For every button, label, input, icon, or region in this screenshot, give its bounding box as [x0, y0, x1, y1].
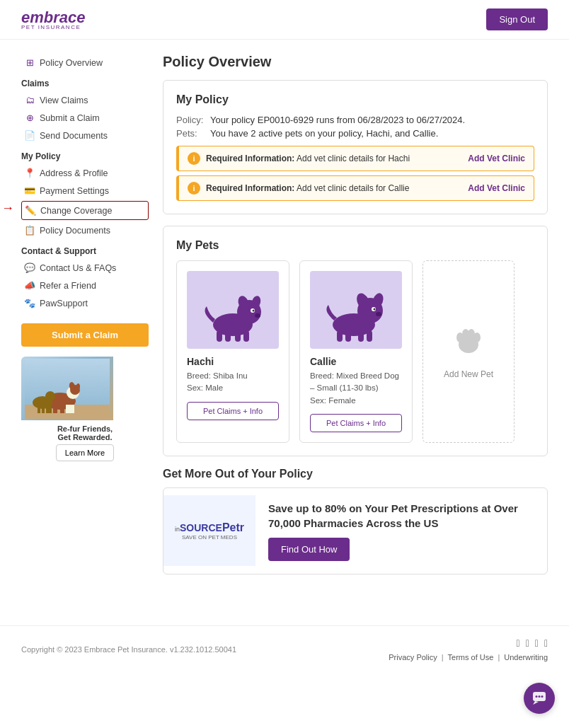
sidebar-ad: Re-fur Friends,Get Rewarded. Learn More — [21, 357, 149, 467]
promo-logo-text: inSOURCEPetr — [175, 521, 244, 534]
sidebar-item-policy-documents[interactable]: 📋 Policy Documents — [21, 221, 149, 239]
megaphone-icon: 📣 — [24, 280, 35, 291]
svg-rect-8 — [70, 405, 74, 413]
pinterest-icon[interactable]:  — [544, 637, 548, 649]
sidebar-item-refer-friend[interactable]: 📣 Refer a Friend — [21, 277, 149, 294]
svg-rect-14 — [42, 406, 45, 413]
location-icon: 📍 — [24, 168, 35, 178]
facebook-icon[interactable]:  — [517, 637, 520, 649]
hachi-name: Hachi — [187, 356, 279, 367]
sidebar-item-payment-settings[interactable]: 💳 Payment Settings — [21, 182, 149, 200]
pets-row: Pets: You have 2 active pets on your pol… — [176, 128, 534, 139]
hachi-claims-button[interactable]: Pet Claims + Info — [187, 402, 279, 420]
alert-hachi-text: Required Information: Add vet clinic det… — [206, 154, 410, 163]
callie-image — [310, 271, 402, 349]
callie-sex: Sex: Female — [310, 395, 402, 407]
my-pets-title: My Pets — [176, 239, 534, 252]
svg-point-12 — [45, 391, 55, 401]
promo-logo: inSOURCEPetr SAVE ON PET MEDS — [163, 495, 255, 566]
my-policy-title: My Policy — [176, 93, 534, 106]
svg-rect-24 — [235, 332, 241, 342]
clipboard-icon: 📋 — [24, 225, 35, 236]
sidebar-item-submit-claim[interactable]: ⊕ Submit a Claim — [21, 109, 149, 127]
folder-icon: 🗂 — [24, 95, 35, 105]
arrow-indicator: → — [1, 201, 14, 216]
svg-rect-22 — [217, 330, 222, 342]
hachi-image — [187, 271, 279, 349]
my-policy-card: My Policy Policy: Your policy EP0010-692… — [163, 80, 548, 214]
sidebar-item-address-profile[interactable]: 📍 Address & Profile — [21, 164, 149, 182]
sidebar: ⊞ Policy Overview Claims 🗂 View Claims ⊕… — [21, 54, 149, 583]
chat-icon: 💬 — [24, 262, 35, 273]
pet-card-callie: Callie Breed: Mixed Breed Dog – Small (1… — [299, 260, 413, 443]
promo-content: Save up to 80% on Your Pet Prescriptions… — [255, 488, 547, 574]
sidebar-item-policy-overview[interactable]: ⊞ Policy Overview — [21, 54, 149, 71]
submit-claim-button[interactable]: Submit a Claim — [21, 323, 149, 347]
credit-card-icon: 💳 — [24, 185, 35, 196]
promo-logo-sub: SAVE ON PET MEDS — [175, 534, 244, 541]
sidebar-item-view-claims[interactable]: 🗂 View Claims — [21, 91, 149, 109]
grid-icon: ⊞ — [24, 57, 35, 68]
svg-rect-34 — [337, 330, 343, 342]
sidebar-section-my-policy: My Policy — [21, 151, 149, 161]
callie-breed: Breed: Mixed Breed Dog – Small (11-30 lb… — [310, 370, 402, 395]
terms-of-use-link[interactable]: Terms of Use — [448, 653, 494, 661]
paw-icon: 🐾 — [24, 298, 35, 308]
footer: Copyright © 2023 Embrace Pet Insurance. … — [0, 625, 569, 673]
hachi-breed: Breed: Shiba Inu — [187, 370, 279, 382]
pets-label: Pets: — [176, 128, 205, 139]
privacy-policy-link[interactable]: Privacy Policy — [389, 653, 437, 661]
ad-image — [21, 357, 113, 420]
svg-point-27 — [253, 309, 255, 311]
svg-point-40 — [376, 312, 381, 316]
callie-dog-svg — [317, 277, 395, 344]
sidebar-section-contact: Contact & Support — [21, 246, 149, 256]
learn-more-button[interactable]: Learn More — [56, 444, 114, 461]
svg-rect-23 — [225, 332, 231, 342]
logo: embrace PET INSURANCE — [21, 8, 86, 30]
svg-rect-35 — [345, 332, 351, 342]
alert-hachi: i Required Information: Add vet clinic d… — [176, 146, 534, 171]
add-new-pet-card[interactable]: Add New Pet — [423, 260, 515, 443]
sign-out-button[interactable]: Sign Out — [486, 8, 548, 30]
ad-tagline: Re-fur Friends,Get Rewarded. — [21, 424, 149, 441]
footer-social:     — [389, 637, 548, 649]
header: embrace PET INSURANCE Sign Out — [0, 0, 569, 40]
svg-rect-25 — [243, 330, 249, 342]
alert-callie-text: Required Information: Add vet clinic det… — [206, 183, 409, 193]
plus-circle-icon: ⊕ — [24, 112, 35, 123]
alert-icon-hachi: i — [188, 152, 200, 165]
promo-title: Save up to 80% on Your Pet Prescriptions… — [268, 501, 534, 531]
hachi-sex: Sex: Male — [187, 382, 279, 394]
pets-grid: Hachi Breed: Shiba Inu Sex: Male Pet Cla… — [176, 260, 534, 443]
svg-point-28 — [255, 313, 260, 318]
svg-rect-5 — [53, 405, 57, 413]
callie-name: Callie — [310, 356, 402, 367]
sidebar-item-send-documents[interactable]: 📄 Send Documents — [21, 127, 149, 144]
pets-value: You have 2 active pets on your policy, H… — [210, 128, 438, 139]
svg-rect-6 — [60, 405, 64, 413]
sidebar-item-change-coverage[interactable]: ✏️ Change Coverage — [21, 201, 149, 220]
callie-claims-button[interactable]: Pet Claims + Info — [310, 414, 402, 432]
find-out-how-button[interactable]: Find Out How — [268, 538, 350, 561]
paw-add-icon — [452, 323, 485, 364]
add-vet-clinic-callie-link[interactable]: Add Vet Clinic — [468, 183, 525, 193]
svg-rect-16 — [49, 406, 52, 413]
page-title: Policy Overview — [163, 54, 548, 70]
underwriting-link[interactable]: Underwriting — [504, 653, 548, 661]
instagram-icon[interactable]:  — [535, 637, 539, 649]
svg-rect-36 — [358, 332, 364, 342]
sidebar-item-paw-support[interactable]: 🐾 PawSupport — [21, 294, 149, 312]
sidebar-section-claims: Claims — [21, 79, 149, 88]
alert-callie-left: i Required Information: Add vet clinic d… — [188, 182, 409, 195]
svg-rect-13 — [38, 406, 40, 413]
promo-section-title: Get More Out of Your Policy — [163, 468, 548, 480]
alert-hachi-left: i Required Information: Add vet clinic d… — [188, 152, 410, 165]
pet-card-hachi: Hachi Breed: Shiba Inu Sex: Male Pet Cla… — [176, 260, 289, 443]
hachi-dog-svg — [194, 277, 272, 344]
add-vet-clinic-hachi-link[interactable]: Add Vet Clinic — [468, 154, 525, 163]
alert-callie: i Required Information: Add vet clinic d… — [176, 175, 534, 201]
sidebar-item-contact-us[interactable]: 💬 Contact Us & FAQs — [21, 259, 149, 277]
twitter-icon[interactable]:  — [526, 637, 529, 649]
policy-value: Your policy EP0010-6929 runs from 06/28/… — [210, 115, 465, 125]
